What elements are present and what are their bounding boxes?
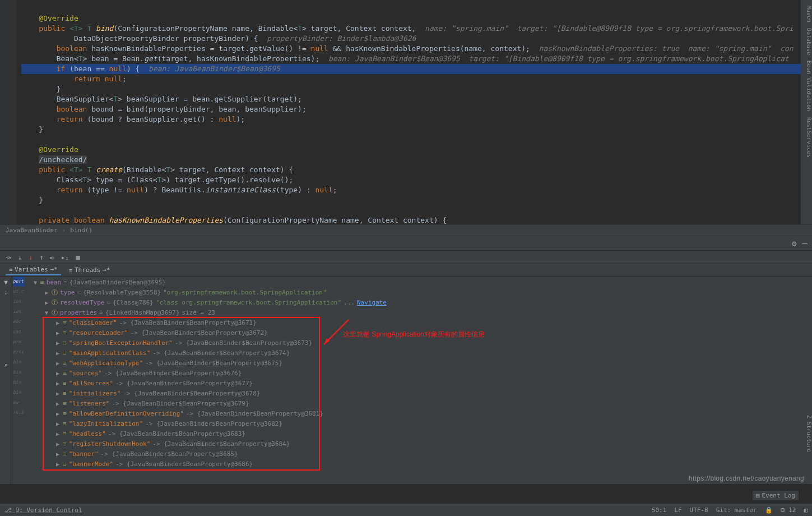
tab-variables[interactable]: ≡ Variables →* [6,265,61,275]
chevron-right-icon[interactable]: ▶ [55,379,61,389]
step-over-icon[interactable]: ⤼ [6,254,11,261]
crumb-method[interactable]: bind() [70,227,92,234]
frame-item[interactable]: pro [13,337,25,347]
frame-item[interactable]: bin [13,377,25,388]
chevron-right-icon[interactable]: ▶ [55,429,61,439]
frame-item[interactable]: pert [13,277,25,287]
frame-item[interactable]: ot.c [13,287,25,297]
frames-list[interactable]: pert ot.c ies. ies. ebc cat pro erti bin… [12,277,25,484]
frame-item[interactable]: bin [13,367,25,377]
chevron-right-icon[interactable]: ▶ [55,338,61,348]
chevron-right-icon[interactable]: ▶ [55,348,61,358]
rail-restservices[interactable]: RestServices [801,117,812,158]
rail-database[interactable]: Database [801,28,812,55]
filter-icon[interactable]: ▼ [4,279,8,286]
property-item[interactable]: ▶≡"headless" -> {JavaBeanBinder$BeanProp… [25,429,812,439]
property-item[interactable]: ▶≡"allSources" -> {JavaBeanBinder$BeanPr… [25,379,812,389]
frame-item[interactable]: ies. [13,297,25,307]
chevron-right-icon[interactable]: ▶ [55,358,61,368]
property-item[interactable]: ▶≡"allowBeanDefinitionOverriding" -> {Ja… [25,409,812,419]
property-item[interactable]: ▶≡"classLoader" -> {JavaBeanBinder$BeanP… [25,318,812,328]
map-entry-icon: ≡ [63,338,67,348]
property-item[interactable]: ▶≡"banner" -> {JavaBeanBinder$BeanProper… [25,449,812,459]
vcs-tool-button[interactable]: ⎇ 9: Version Control [4,506,82,514]
property-item[interactable]: ▶≡"lazyInitialization" -> {JavaBeanBinde… [25,419,812,429]
frame-item[interactable]: ew [13,398,25,408]
run-to-cursor-icon[interactable]: ▸ᵢ [61,254,69,261]
tab-threads[interactable]: ≡ Threads →* [66,265,114,275]
chevron-right-icon[interactable]: ▶ [55,389,61,399]
step-into-icon[interactable]: ↓ [18,254,22,261]
right-tool-rail[interactable]: Maven Database Bean Validation RestServi… [801,0,812,224]
chevron-right-icon[interactable]: ▶ [44,288,49,298]
chevron-right-icon[interactable]: ▶ [55,328,61,338]
cursor-position: 50:1 [652,506,667,514]
memory-icon[interactable]: ◧ [804,506,808,514]
line-separator[interactable]: LF [674,506,681,514]
var-properties[interactable]: ▼ ⓕ properties = {LinkedHashMap@3697} si… [25,308,812,318]
pin-icon: →* [50,266,58,273]
rail-structure[interactable]: Z Structure [806,415,812,452]
step-out-icon[interactable]: ↑ [39,254,43,261]
property-item[interactable]: ▶≡"webApplicationType" -> {JavaBeanBinde… [25,358,812,368]
drop-frame-icon[interactable]: ⇤ [50,254,54,261]
field-icon: ⓕ [52,288,58,298]
property-item[interactable]: ▶≡"bannerMode" -> {JavaBeanBinder$BeanPr… [25,459,812,469]
property-item[interactable]: ▶≡"springBootExceptionHandler" -> {JavaB… [25,338,812,348]
frame-item[interactable]: erti [13,347,25,357]
chevron-right-icon[interactable]: ▶ [55,419,61,429]
chevron-right-icon[interactable]: ▶ [55,439,61,449]
frame-item[interactable]: cat [13,327,25,337]
frame-item[interactable]: bin [13,388,25,398]
var-bean[interactable]: ▼ ≡ bean = {JavaBeanBinder$Bean@3695} [25,278,812,288]
property-item[interactable]: ▶≡"registerShutdownHook" -> {JavaBeanBin… [25,439,812,449]
git-branch[interactable]: Git: master [716,506,757,514]
frame-item[interactable]: ebc [13,317,25,327]
chevron-right-icon[interactable]: ▶ [44,298,49,308]
chevron-right-icon[interactable]: ▶ [55,399,61,409]
rail-beanvalidation[interactable]: Bean Validation [801,61,812,111]
list-icon: ≡ [9,266,12,273]
frame-item[interactable]: bin [13,357,25,367]
link-icon[interactable]: ⌕ [4,362,8,369]
frame-item[interactable]: rk.b [13,408,25,418]
variables-tree[interactable]: ▼ ≡ bean = {JavaBeanBinder$Bean@3695} ▶ … [25,277,812,484]
chevron-right-icon[interactable]: ▶ [55,449,61,459]
watermark-text: https://blog.csdn.net/caoyuanyenang [689,474,804,482]
debug-actions-toolbar: ⤼ ↓ ↓ ↑ ⇤ ▸ᵢ ▦ [0,251,812,264]
map-entry-icon: ≡ [63,429,67,439]
frame-item[interactable]: ies. [13,307,25,317]
property-item[interactable]: ▶≡"listeners" -> {JavaBeanBinder$BeanPro… [25,399,812,409]
lock-icon[interactable]: 🔒 [765,506,773,514]
crumb-class[interactable]: JavaBeanBinder [6,227,58,234]
rail-maven[interactable]: Maven [801,6,812,22]
add-icon[interactable]: + [4,289,8,297]
status-bar: ⎇ 9: Version Control 50:1 LF UTF-8 Git: … [0,504,812,516]
chevron-right-icon[interactable]: ▶ [55,409,61,419]
file-encoding[interactable]: UTF-8 [690,506,708,514]
map-entry-icon: ≡ [63,358,67,368]
var-resolvedType[interactable]: ▶ ⓕ resolvedType = {Class@786} "class or… [25,298,812,308]
map-entry-icon: ≡ [63,389,67,399]
gear-icon[interactable]: ⚙ [792,239,796,248]
evaluate-icon[interactable]: ▦ [76,254,80,261]
property-item[interactable]: ▶≡"initializers" -> {JavaBeanBinder$Bean… [25,389,812,399]
force-step-into-icon[interactable]: ↓ [29,254,33,261]
property-item[interactable]: ▶≡"mainApplicationClass" -> {JavaBeanBin… [25,348,812,358]
chevron-right-icon[interactable]: ▶ [55,318,61,328]
chevron-right-icon[interactable]: ▶ [55,459,61,469]
event-log-button[interactable]: ▤ Event Log [753,491,799,500]
minimize-icon[interactable]: — [802,238,808,248]
tab-variables-label: Variables [15,266,48,273]
code-editor[interactable]: @Override public <T> T bind(Configuratio… [0,0,812,224]
chevron-right-icon[interactable]: ▶ [55,368,61,379]
breadcrumb[interactable]: JavaBeanBinder bind() [0,224,812,236]
code-content: @Override public <T> T bind(Configuratio… [0,3,812,224]
processes-icon[interactable]: ⧉ 12 [781,506,796,514]
right-tool-rail-bottom[interactable]: Z Structure [801,415,812,482]
navigate-link[interactable]: Navigate [357,298,387,308]
property-item[interactable]: ▶≡"sources" -> {JavaBeanBinder$BeanPrope… [25,368,812,379]
chevron-down-icon[interactable]: ▼ [44,308,49,318]
var-type[interactable]: ▶ ⓕ type = {ResolvableType@3558} "org.sp… [25,288,812,298]
chevron-down-icon[interactable]: ▼ [33,278,38,288]
